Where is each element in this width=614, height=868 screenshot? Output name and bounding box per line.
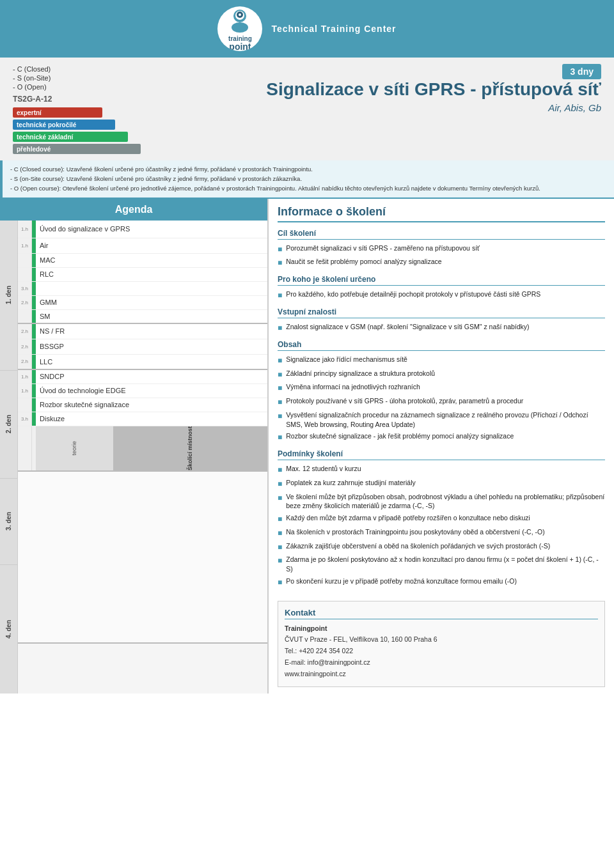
- prokoho-title: Pro koho je školení určeno: [278, 275, 605, 286]
- agenda-item-13: Rozbor skutečné signalizace: [18, 398, 267, 412]
- kontakt-address: ČVUT v Praze - FEL, Velflíkova 10, 160 0…: [285, 635, 437, 643]
- cil-block: Cíl školení ■ Porozumět signalizaci v sí…: [278, 229, 605, 269]
- kontakt-tel: Tel.: +420 224 354 022: [285, 647, 353, 655]
- cil-item-2: ■ Naučit se řešit problémy pomocí analýz…: [278, 257, 605, 268]
- agenda-items: 1.h Úvod do signalizace v GPRS 1.h Air M…: [18, 221, 267, 694]
- kontakt-box: Kontakt Trainingpoint ČVUT v Praze - FEL…: [278, 601, 605, 687]
- level-right: 3 dny Signalizace v síti GPRS - přístupo…: [160, 64, 601, 118]
- day3-label: 3. den: [0, 479, 17, 565]
- day1-label: 1. den: [0, 221, 17, 371]
- agenda-item-2: 1.h Air: [18, 238, 267, 254]
- podminky-item-3: ■ Ve školení může být přizpůsoben obsah,…: [278, 492, 605, 511]
- agenda-item-7: SM: [18, 310, 267, 324]
- kontakt-text: Trainingpoint ČVUT v Praze - FEL, Velflí…: [285, 623, 598, 680]
- legend-line2: - S (on-Site course): Uzavřené školení u…: [10, 174, 606, 183]
- podminky-item-8: ■ Po skončení kurzu je v případě potřeby…: [278, 577, 605, 588]
- day-labels-col: 1. den 2. den 3. den 4. den: [0, 221, 18, 694]
- legend-line1: - C (Closed course): Uzavřené školení ur…: [10, 164, 606, 174]
- obsah-item-1: ■ Signalizace jako řídící mechanismus sí…: [278, 355, 605, 366]
- cil-title: Cíl školení: [278, 229, 605, 240]
- legend-line3: - O (Open course): Otevřené školení urče…: [10, 183, 606, 193]
- level-left: - C (Closed) - S (on-Site) - O (Open) TS…: [13, 64, 141, 154]
- code-s: - S (on-Site): [13, 74, 141, 82]
- podminky-item-1: ■ Max. 12 studentů v kurzu: [278, 464, 605, 476]
- code-c: - C (Closed): [13, 65, 141, 73]
- course-codes: - C (Closed) - S (on-Site) - O (Open): [13, 65, 141, 91]
- course-subtitle: Air, Abis, Gb: [548, 102, 601, 113]
- obsah-item-2: ■ Základní principy signalizace a strukt…: [278, 369, 605, 380]
- obsah-title: Obsah: [278, 340, 605, 351]
- day5-area: [18, 642, 267, 694]
- info-header: Informace o školení: [278, 205, 605, 222]
- agenda-item-9: 2.h BSSGP: [18, 339, 267, 355]
- code-o: - O (Open): [13, 83, 141, 91]
- vstupni-item-1: ■ Znalost signalizace v GSM (např. škole…: [278, 322, 605, 334]
- obsah-item-6: ■ Rozbor skutečné signalizace - jak řeši…: [278, 431, 605, 443]
- bar-pokrocile: technické pokročilé: [13, 120, 115, 130]
- course-meta: - C (Closed) - S (on-Site) - O (Open) TS…: [0, 58, 614, 160]
- kontakt-web: www.trainingpoint.cz: [285, 670, 346, 678]
- agenda-body: 1. den 2. den 3. den 4. den 1.h Úvo: [0, 221, 267, 694]
- obsah-item-4: ■ Protokoly používané v síti GPRS - úloh…: [278, 396, 605, 408]
- logo-point: point: [229, 42, 251, 51]
- bar-zakladni: technické základní: [13, 132, 128, 142]
- day2-label: 2. den: [0, 371, 17, 479]
- kontakt-email: E-mail: info@trainingpoint.cz: [285, 658, 370, 666]
- svg-point-4: [239, 13, 241, 16]
- teorie-skolici-row: teorie Školící místnost: [18, 426, 267, 472]
- podminky-item-5: ■ Na školeních v prostorách Trainingpoin…: [278, 527, 605, 539]
- agenda-item-3: MAC: [18, 254, 267, 268]
- course-id: TS2G-A-12: [13, 95, 141, 104]
- day4-empty: [18, 472, 267, 642]
- prokoho-item-1: ■ Pro každého, kdo potřebuje detailněji …: [278, 290, 605, 301]
- prokoho-block: Pro koho je školení určeno ■ Pro každého…: [278, 275, 605, 301]
- agenda-item-14: 3.h Diskuze: [18, 412, 267, 426]
- agenda-section: Agenda 1. den 2. den 3. den 4. den: [0, 199, 269, 694]
- agenda-item-12: 1.h Úvod do technologie EDGE: [18, 384, 267, 398]
- days-badge: 3 dny: [562, 64, 601, 79]
- agenda-item-4: RLC: [18, 268, 267, 282]
- podminky-item-6: ■ Zákazník zajišťuje občerstvení a oběd …: [278, 541, 605, 553]
- agenda-item-10: 2.h LLC: [18, 355, 267, 370]
- obsah-item-3: ■ Výměna informací na jednotlivých rozhr…: [278, 382, 605, 394]
- kontakt-company: Trainingpoint: [285, 624, 327, 632]
- info-section: Informace o školení Cíl školení ■ Porozu…: [269, 199, 614, 694]
- day4-label: 4. den: [0, 565, 17, 694]
- vstupni-block: Vstupní znalosti ■ Znalost signalizace v…: [278, 307, 605, 334]
- podminky-item-4: ■ Každý den může být zdarma v případě po…: [278, 513, 605, 525]
- agenda-header: Agenda: [0, 199, 267, 221]
- agenda-item-11: 1.h SNDCP: [18, 370, 267, 384]
- podminky-item-7: ■ Zdarma je po školení poskytováno až x …: [278, 555, 605, 573]
- main-content: Agenda 1. den 2. den 3. den 4. den: [0, 198, 614, 694]
- agenda-item-6: 2.h GMM: [18, 296, 267, 310]
- agenda-item-8: 2.h NS / FR: [18, 324, 267, 339]
- legend: - C (Closed course): Uzavřené školení ur…: [0, 160, 614, 198]
- podminky-block: Podmínky školení ■ Max. 12 studentů v ku…: [278, 449, 605, 588]
- header-subtitle: Technical Training Center: [271, 24, 396, 34]
- agenda-item-5: 3.h: [18, 282, 267, 296]
- page-header: training point Technical Training Center: [0, 0, 614, 58]
- logo-icon: [226, 6, 254, 34]
- vstupni-title: Vstupní znalosti: [278, 307, 605, 318]
- kontakt-title: Kontakt: [285, 608, 598, 619]
- cil-item-1: ■ Porozumět signalizaci v síti GPRS - za…: [278, 244, 605, 255]
- logo: training point: [217, 6, 262, 51]
- podminky-title: Podmínky školení: [278, 449, 605, 460]
- obsah-item-5: ■ Vysvětlení signalizačních procedur na …: [278, 410, 605, 429]
- obsah-block: Obsah ■ Signalizace jako řídící mechanis…: [278, 340, 605, 443]
- svg-point-1: [232, 22, 248, 33]
- agenda-item-1: 1.h Úvod do signalizace v GPRS: [18, 221, 267, 238]
- podminky-item-2: ■ Poplatek za kurz zahrnuje studijní mat…: [278, 478, 605, 490]
- level-bars: expertní technické pokročilé technické z…: [13, 107, 141, 154]
- bar-prehledove: přehledové: [13, 144, 141, 154]
- bar-expertni: expertní: [13, 107, 102, 118]
- course-title: Signalizace v síti GPRS - přístupová síť: [266, 79, 601, 100]
